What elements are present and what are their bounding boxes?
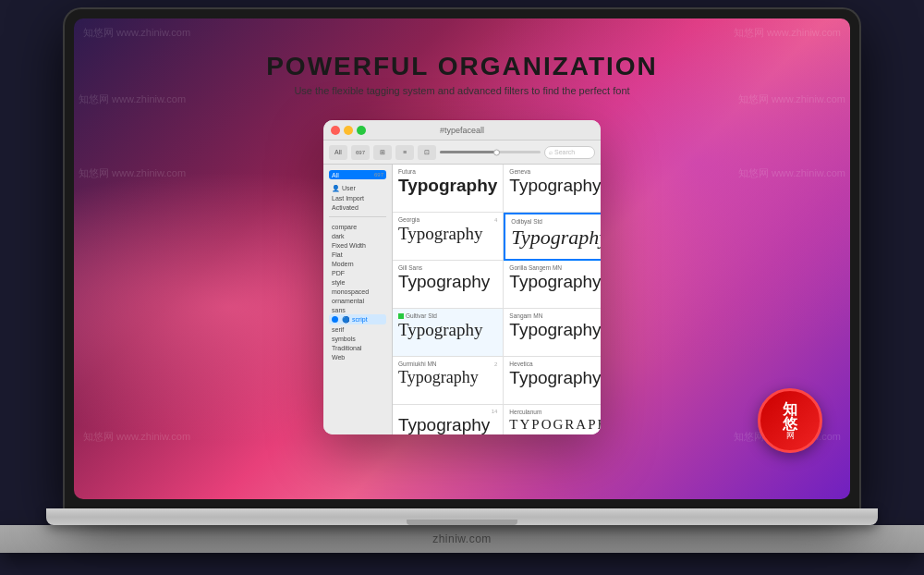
screen-bezel: 知悠网 www.zhiniw.com 知悠网 www.zhiniw.com 知悠… <box>65 9 859 508</box>
sidebar-item-ornamental[interactable]: ornamental <box>329 296 386 305</box>
sidebar-item-activated[interactable]: Activated <box>329 202 386 212</box>
sidebar-item-style[interactable]: style <box>329 277 386 287</box>
font-preview-odibyal: Typography <box>511 226 601 249</box>
close-button[interactable] <box>331 126 340 135</box>
headline-subtitle: Use the flexible tagging system and adva… <box>266 85 658 96</box>
font-cell-gillsans[interactable]: Gill Sans Typography <box>393 261 504 309</box>
toolbar-btn-1[interactable]: All <box>329 145 347 160</box>
sidebar-item-web[interactable]: Web <box>329 352 386 361</box>
font-preview-georgia: Typography <box>398 225 497 244</box>
font-preview-gurmiukhi: Typography <box>398 369 497 387</box>
toolbar-view-3[interactable]: ⊡ <box>418 145 436 160</box>
sidebar-item-flat[interactable]: Flat <box>329 250 386 259</box>
sidebar-item-compare[interactable]: compare <box>329 222 386 231</box>
sidebar-divider-1 <box>329 216 386 217</box>
font-cell-georgia[interactable]: Georgia 4 Typography <box>393 213 504 261</box>
font-size-slider[interactable] <box>440 151 541 153</box>
font-preview-blank: Typography <box>398 416 497 434</box>
screen-inner: 知悠网 www.zhiniw.com 知悠网 www.zhiniw.com 知悠… <box>74 18 850 499</box>
font-cell-gorilla[interactable]: Gorilla Sangem MN 2 Typography <box>504 261 601 309</box>
sidebar-item-last-import[interactable]: Last Import <box>329 193 386 202</box>
font-preview-gultivar: Typography <box>398 321 497 340</box>
cn-watermark-badge: 知 悠 网 <box>758 388 822 453</box>
title-bar: #typefaceall <box>323 120 601 141</box>
toolbar-view-grid[interactable]: ⊞ <box>373 145 392 160</box>
sidebar-item-fixed-width[interactable]: Fixed Width <box>329 240 386 250</box>
sidebar-item-all[interactable]: All 697 <box>329 170 386 179</box>
screen-content: POWERFUL ORGANIZATION Use the flexible t… <box>74 18 850 499</box>
sidebar-item-symbols[interactable]: symbols <box>329 334 386 343</box>
minimize-button[interactable] <box>344 126 353 135</box>
search-placeholder: Search <box>554 149 575 155</box>
search-icon: ⌕ <box>549 149 553 155</box>
sidebar-item-serif[interactable]: serif <box>329 324 386 334</box>
font-preview-helvetica: Typography <box>509 369 601 388</box>
window-body: All 697 👤 User Last Import <box>323 165 601 434</box>
font-preview-gillsans: Typography <box>398 273 497 292</box>
sidebar-item-monospaced[interactable]: monospaced <box>329 287 386 296</box>
font-cell-blank[interactable]: 14 Typography <box>393 405 504 434</box>
font-cell-futura[interactable]: Futura Typography <box>393 165 504 213</box>
main-area: Futura Typography Geneva <box>393 165 601 434</box>
font-cell-helvetica[interactable]: Hevetica 8 Typography <box>504 357 601 405</box>
font-name-gultivar: Gultivar Std <box>406 312 437 319</box>
sidebar-item-user[interactable]: 👤 User <box>329 183 386 193</box>
font-grid: Futura Typography Geneva <box>393 165 601 434</box>
window-toolbar: All 697 ⊞ ≡ ⊡ ⌕ Search <box>323 141 601 165</box>
headline-area: POWERFUL ORGANIZATION Use the flexible t… <box>266 52 658 96</box>
sidebar-item-sans[interactable]: sans <box>329 305 386 314</box>
font-preview-futura: Typography <box>398 177 497 196</box>
toolbar-view-list[interactable]: ≡ <box>395 145 414 160</box>
fullscreen-button[interactable] <box>357 126 366 135</box>
active-indicator <box>398 313 404 319</box>
font-preview-gorilla: Typography <box>509 273 601 292</box>
sidebar-item-script[interactable]: 🔵 script <box>329 314 386 324</box>
sidebar-item-modern[interactable]: Modern <box>329 259 386 268</box>
font-preview-herculanum: TYPOGRAPHY <box>509 417 601 433</box>
bottom-bar-url: zhiniw.com <box>432 532 492 545</box>
sidebar-section-filters: compare dark Fixed Width Flat Modern PDF… <box>323 220 392 363</box>
macbook-base <box>46 508 878 525</box>
font-preview-sangam: Typography <box>509 321 601 340</box>
macbook-bottom-bar: zhiniw.com <box>0 525 924 553</box>
sidebar-section-main: All 697 <box>323 168 392 181</box>
font-cell-sangam[interactable]: Sangam MN 3 Typography <box>504 309 601 357</box>
sidebar: All 697 👤 User Last Import <box>323 165 393 434</box>
sidebar-item-traditional[interactable]: Traditional <box>329 343 386 352</box>
traffic-lights <box>331 126 366 135</box>
sidebar-item-dark[interactable]: dark <box>329 231 386 240</box>
font-cell-herculanum[interactable]: Herculanum TYPOGRAPHY <box>504 405 601 434</box>
toolbar-btn-2[interactable]: 697 <box>351 145 370 160</box>
headline-title: POWERFUL ORGANIZATION <box>266 52 658 81</box>
font-cell-geneva[interactable]: Geneva Typography <box>504 165 601 213</box>
font-cell-gurmiukhi[interactable]: Gurmiukhi MN 2 Typography <box>393 357 504 405</box>
window-title: #typefaceall <box>440 126 484 135</box>
sidebar-section-user: 👤 User Last Import Activated <box>323 181 392 214</box>
macbook-frame: 知悠网 www.zhiniw.com 知悠网 www.zhiniw.com 知悠… <box>0 0 924 575</box>
font-cell-gultivar[interactable]: Gultivar Std Typography <box>393 309 504 357</box>
app-window: #typefaceall All 697 ⊞ ≡ ⊡ <box>323 120 601 434</box>
sidebar-item-pdf[interactable]: PDF <box>329 268 386 277</box>
font-cell-odibyal[interactable]: Odibyal Std Typography <box>504 213 601 261</box>
font-preview-geneva: Typography <box>509 177 601 196</box>
search-box[interactable]: ⌕ Search <box>544 146 595 159</box>
